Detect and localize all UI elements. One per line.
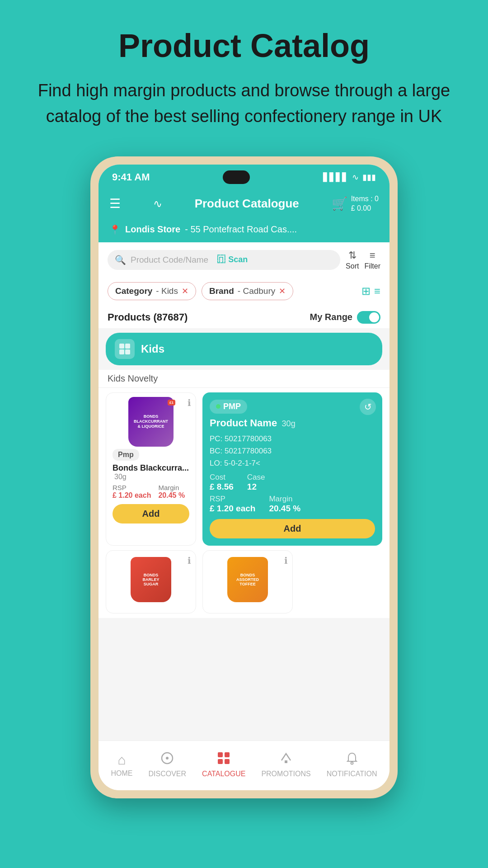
product-name-right: Product Name	[210, 417, 277, 429]
category-tag-close[interactable]: ✕	[182, 286, 188, 296]
catalogue-icon	[217, 751, 230, 768]
info-icon-barley[interactable]: ℹ	[188, 555, 191, 566]
nav-promotions[interactable]: PROMOTIONS	[261, 751, 310, 778]
nav-discover[interactable]: DISCOVER	[149, 751, 187, 778]
product-lo: LO: 5-0-2-1-7<	[210, 457, 375, 469]
category-name: Kids	[141, 343, 164, 355]
page-title: Product Catalog	[36, 27, 452, 64]
filter-button[interactable]: ≡ Filter	[364, 250, 380, 270]
cart-price: £ 0.00	[351, 204, 379, 213]
add-button-left[interactable]: Add	[113, 504, 189, 524]
app-header-title: Product Catalogue	[195, 197, 299, 211]
products-header: Products (87687) My Range	[99, 307, 389, 328]
promotions-icon	[279, 751, 293, 768]
sort-button[interactable]: ⇅ Sort	[346, 250, 359, 270]
my-range-switch[interactable]	[357, 311, 380, 324]
barley-product-image: BONDSBARLEYSUGAR	[124, 557, 178, 602]
home-icon: ⌂	[117, 752, 126, 768]
refresh-icon[interactable]: ↺	[360, 399, 376, 415]
product-weight-right: 30g	[282, 419, 296, 428]
grid-view-button[interactable]: ⊞	[361, 285, 371, 297]
nav-notification-label: NOTIFICATION	[327, 770, 377, 778]
signal-icon: ▋▋▋▋	[323, 172, 348, 182]
page-subtitle: Find high margin products and browse thr…	[36, 78, 452, 129]
app-header: ☰ ∿ Product Catalogue 🛒 Items : 0 £ 0.00	[99, 188, 389, 220]
product-weight-left: 30g	[114, 473, 127, 481]
page-header: Product Catalog Find high margin product…	[0, 0, 488, 147]
pmp-badge-left: Pmp	[113, 449, 139, 461]
add-button-right[interactable]: Add	[210, 519, 375, 538]
scan-button[interactable]: ⿵ Scan	[213, 255, 252, 264]
cost-label: Cost	[210, 473, 234, 482]
brand-tag-label: Brand	[209, 286, 234, 296]
info-icon-left[interactable]: ℹ	[188, 397, 191, 408]
camera-notch	[223, 170, 250, 184]
category-icon	[115, 339, 135, 359]
nav-catalogue-label: CATALOGUE	[202, 770, 245, 778]
product-codes: PC: 50217780063 BC: 50217780063 LO: 5-0-…	[210, 433, 375, 470]
cost-value: £ 8.56	[210, 482, 234, 492]
nav-home-label: HOME	[111, 769, 133, 778]
nav-home[interactable]: ⌂ HOME	[111, 752, 133, 778]
nav-notification[interactable]: NOTIFICATION	[327, 751, 377, 778]
search-icon: 🔍	[115, 255, 126, 265]
bottom-products: ℹ BONDSBARLEYSUGAR ℹ BONDSASSORTEDTOFFEE	[99, 550, 389, 618]
my-range-toggle[interactable]: My Range	[310, 311, 380, 324]
search-box[interactable]: 🔍 Product Code/Name ⿵ Scan	[108, 250, 340, 270]
margin-value-right: 20.45 %	[269, 504, 300, 514]
pmp-label-right: PMP	[223, 402, 241, 411]
location-icon: 📍	[109, 224, 121, 235]
rsp-value-left: £ 1.20 each	[113, 491, 151, 500]
case-label: Case	[247, 473, 265, 482]
list-view-button[interactable]: ≡	[374, 285, 380, 297]
brand-filter-tag[interactable]: Brand - Cadbury ✕	[202, 282, 293, 300]
store-bar: 📍 Londis Store - 55 Pontefract Road Cas.…	[99, 220, 389, 242]
brand-tag-close[interactable]: ✕	[279, 286, 286, 296]
cart-button[interactable]: 🛒 Items : 0 £ 0.00	[332, 194, 379, 213]
product-card-barley: ℹ BONDSBARLEYSUGAR	[106, 550, 196, 613]
hamburger-icon[interactable]: ☰	[109, 196, 121, 211]
barcode-icon: ⿵	[217, 255, 225, 264]
my-range-label: My Range	[310, 312, 352, 322]
phone-frame: 9:41 AM ▋▋▋▋ ∿ ▮▮▮ ☰ ∿ Product Catalogue…	[90, 156, 398, 798]
product-card-toffee: ℹ BONDSASSORTEDTOFFEE	[202, 550, 293, 613]
pmp-dot-badge: PMP	[210, 400, 247, 414]
svg-rect-8	[218, 759, 223, 764]
product-card-right: PMP ↺ Product Name 30g PC: 50217780063 B…	[202, 392, 382, 546]
filter-label: Filter	[364, 262, 380, 270]
product-name-left: Bonds Blackcurra...	[113, 463, 189, 472]
category-tag-label: Category	[115, 286, 152, 296]
toffee-product-image: BONDSASSORTEDTOFFEE	[221, 557, 275, 602]
svg-rect-2	[119, 349, 124, 354]
store-address: - 55 Pontefract Road Cas....	[185, 224, 297, 235]
category-tag-value: - Kids	[156, 286, 178, 296]
cart-icon: 🛒	[332, 196, 347, 211]
case-value: 12	[247, 482, 265, 492]
nav-promotions-label: PROMOTIONS	[261, 770, 310, 778]
info-icon-toffee[interactable]: ℹ	[284, 555, 288, 566]
view-toggle: ⊞ ≡	[361, 285, 380, 297]
nav-catalogue[interactable]: CATALOGUE	[202, 751, 245, 778]
margin-label-right: Margin	[269, 495, 300, 504]
products-count: Products (87687)	[108, 311, 188, 323]
rsp-label-left: RSP	[113, 484, 151, 491]
phone-screen: 9:41 AM ▋▋▋▋ ∿ ▮▮▮ ☰ ∿ Product Catalogue…	[99, 165, 389, 790]
svg-point-5	[166, 757, 169, 760]
rsp-label-right: RSP	[210, 495, 255, 504]
cart-items: Items : 0	[351, 194, 379, 204]
margin-value-left: 20.45 %	[158, 491, 185, 500]
svg-rect-10	[285, 760, 287, 763]
svg-point-11	[351, 762, 353, 764]
rsp-value-right: £ 1.20 each	[210, 504, 255, 514]
category-filter-tag[interactable]: Category - Kids ✕	[108, 282, 196, 300]
section-label: Kids Novelty	[99, 370, 389, 388]
svg-rect-0	[119, 344, 124, 349]
svg-rect-3	[125, 349, 130, 354]
category-banner[interactable]: Kids	[106, 333, 382, 365]
product-image-left: £1 BONDSBLACKCURRANT& LIQUORICE	[124, 399, 178, 444]
product-pc: PC: 50217780063	[210, 433, 375, 445]
sort-filter: ⇅ Sort ≡ Filter	[346, 250, 380, 270]
product-bc: BC: 50217780063	[210, 445, 375, 457]
page-background: Product Catalog Find high margin product…	[0, 0, 488, 798]
sort-label: Sort	[346, 262, 359, 270]
